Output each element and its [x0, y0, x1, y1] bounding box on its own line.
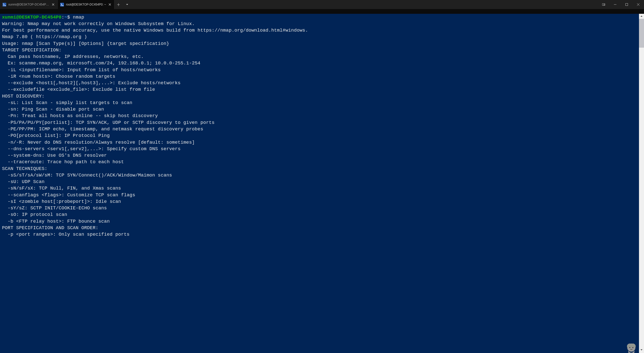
terminal-pane[interactable]: xunmi@DESKTOP-DC454P0:~$ nmap Warning: N…	[0, 14, 644, 353]
terminal-icon	[3, 3, 6, 7]
prompt-dollar: $	[67, 15, 70, 20]
scrollbar-vertical[interactable]	[639, 14, 644, 352]
prompt-colon: :	[61, 15, 64, 20]
scroll-track[interactable]	[639, 48, 644, 347]
tab-dropdown-button[interactable]	[123, 0, 131, 9]
tab-close-icon[interactable]	[51, 3, 55, 6]
new-tab-button[interactable]	[114, 0, 123, 9]
terminal-output[interactable]: xunmi@DESKTOP-DC454P0:~$ nmap Warning: N…	[0, 14, 644, 353]
tab-title: xunmi@DESKTOP-DC454P0: ~	[8, 3, 49, 6]
minimize-button[interactable]	[609, 0, 621, 9]
scroll-up-button[interactable]	[639, 14, 644, 19]
focus-mode-button[interactable]	[598, 0, 609, 9]
tab-root[interactable]: root@DESKTOP-DC454P0: ~	[58, 0, 114, 9]
tab-xunmi[interactable]: xunmi@DESKTOP-DC454P0: ~	[0, 0, 58, 9]
close-button[interactable]	[632, 0, 644, 9]
resize-grip-icon[interactable]	[639, 352, 644, 353]
svg-rect-1	[604, 4, 605, 5]
titlebar-controls	[598, 0, 644, 9]
tab-close-icon[interactable]	[108, 3, 112, 6]
maximize-button[interactable]	[621, 0, 632, 9]
svg-rect-2	[626, 4, 628, 6]
tab-title: root@DESKTOP-DC454P0: ~	[66, 3, 106, 6]
prompt-command: nmap	[73, 15, 84, 20]
titlebar: xunmi@DESKTOP-DC454P0: ~ root@DESKTOP-DC…	[0, 0, 644, 9]
scroll-thumb[interactable]	[639, 19, 644, 48]
prompt-host: DESKTOP-DC454P0	[19, 15, 62, 20]
scroll-down-button[interactable]	[639, 347, 644, 352]
terminal-icon	[60, 3, 64, 7]
tab-strip: xunmi@DESKTOP-DC454P0: ~ root@DESKTOP-DC…	[0, 0, 131, 9]
prompt-path: ~	[64, 15, 67, 20]
prompt-at: @	[16, 15, 19, 20]
prompt-user: xunmi	[2, 15, 16, 20]
